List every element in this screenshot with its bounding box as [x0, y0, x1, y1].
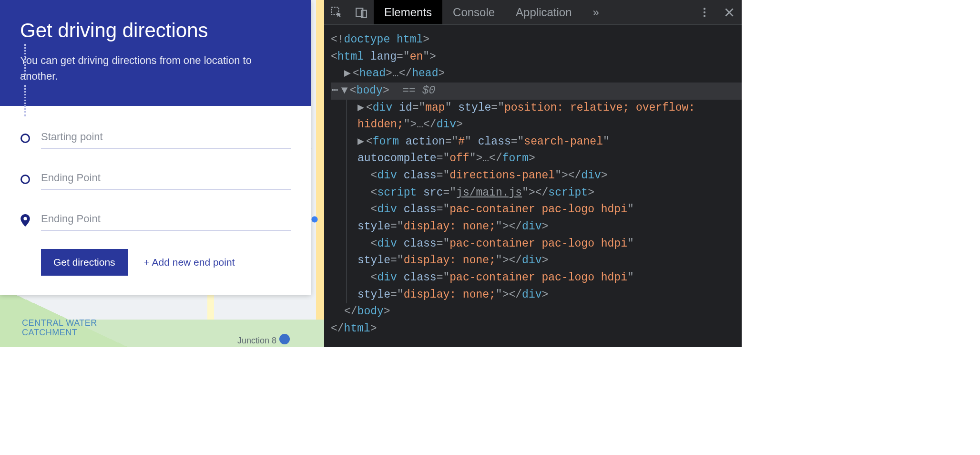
devtools-close-icon[interactable] [717, 0, 742, 25]
tab-application[interactable]: Application [505, 0, 582, 24]
waypoint-start-input[interactable] [41, 128, 291, 149]
dom-tree[interactable]: <!doctype html><html lang="en">▶<head>…<… [324, 25, 742, 347]
waypoint-row-end [20, 205, 291, 236]
shopping-poi-icon[interactable] [279, 334, 290, 344]
waypoint-row-mid [20, 164, 291, 195]
devtools-tabbar: Elements Console Application » [324, 0, 742, 25]
map-label-junction: Junction 8 [237, 336, 276, 346]
devtools-pane: Elements Console Application » <!doctype… [324, 0, 742, 347]
device-toolbar-icon[interactable] [349, 0, 374, 25]
waypoint-row-start [20, 123, 291, 154]
svg-point-5 [704, 15, 705, 17]
directions-panel: Get driving directions You can get drivi… [0, 0, 311, 295]
tab-elements[interactable]: Elements [374, 0, 442, 24]
waypoint-end-input[interactable] [41, 210, 291, 231]
waypoint-mid-icon [20, 175, 31, 184]
panel-header: Get driving directions You can get drivi… [0, 0, 311, 106]
tabs-overflow-button[interactable]: » [582, 0, 610, 24]
panel-subtitle: You can get driving directions from one … [20, 52, 291, 84]
waypoint-mid-input[interactable] [41, 169, 291, 190]
svg-point-3 [704, 8, 705, 10]
devtools-kebab-icon[interactable] [692, 0, 717, 25]
app-pane: CENTRAL WATERCATCHMENT Junction 8 Get dr… [0, 0, 324, 347]
tab-console[interactable]: Console [442, 0, 505, 24]
panel-body: Get directions + Add new end point [0, 106, 311, 295]
panel-title: Get driving directions [20, 19, 291, 42]
svg-point-4 [704, 11, 705, 13]
map-label-catchment: CENTRAL WATERCATCHMENT [22, 319, 97, 338]
svg-rect-1 [356, 8, 363, 16]
selected-dom-node[interactable]: ⋯▼<body> == $0 [331, 83, 742, 100]
waypoint-start-icon [20, 134, 31, 143]
destination-pin-icon [20, 214, 31, 227]
panel-actions: Get directions + Add new end point [20, 249, 291, 276]
get-directions-button[interactable]: Get directions [41, 249, 128, 276]
add-endpoint-link[interactable]: + Add new end point [144, 257, 235, 268]
inspect-element-icon[interactable] [324, 0, 349, 25]
